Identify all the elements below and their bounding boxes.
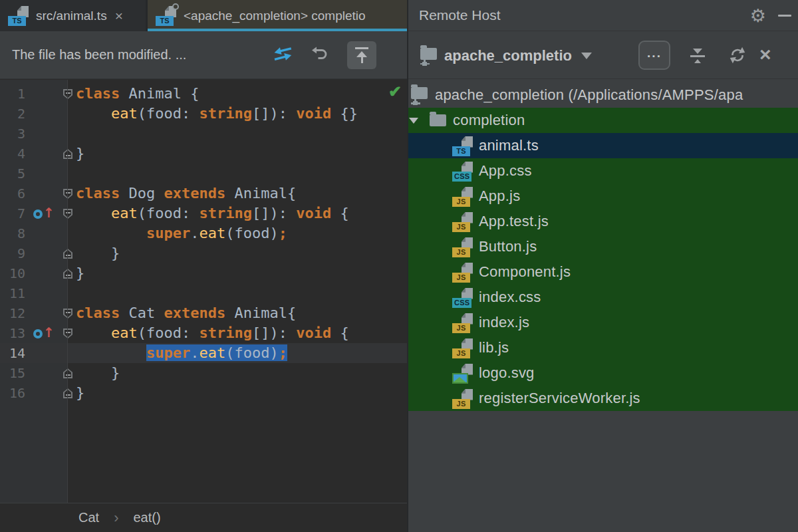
line-number: 5 [0, 164, 25, 184]
code-line-13: 13↑ eat(food: string[]): void { [0, 323, 407, 343]
line-number: 6 [0, 184, 25, 203]
file-name: App.css [479, 162, 532, 180]
inspection-ok-icon[interactable]: ✔ [388, 82, 402, 101]
tree-item-App.css[interactable]: CSSApp.css [408, 158, 798, 184]
fold-marker-start[interactable] [63, 189, 72, 199]
tree-item-index.js[interactable]: JSindex.js [408, 310, 798, 335]
js-file-icon: JS [452, 262, 475, 283]
code-line-2: 2 eat(food: string[]): void {} [0, 104, 407, 124]
fold-marker-start[interactable] [63, 309, 72, 319]
tab-src-animal-ts[interactable]: TS src/animal.ts × [0, 0, 146, 31]
tree-item-completion[interactable]: completion [408, 108, 798, 133]
js-file-icon: JS [452, 388, 475, 409]
fold-marker-start[interactable] [63, 209, 72, 219]
tree-file-list: TSanimal.tsCSSApp.cssJSApp.jsJSApp.test.… [408, 133, 798, 411]
code-text: class Animal { [76, 84, 199, 104]
file-name: index.js [479, 314, 529, 331]
close-tab-icon[interactable]: × [115, 9, 123, 23]
fold-marker-end[interactable] [63, 368, 72, 378]
fold-marker-end[interactable] [63, 149, 72, 159]
line-number: 4 [0, 144, 25, 164]
code-text: eat(food: string[]): void { [76, 203, 349, 223]
line-number: 9 [0, 243, 25, 263]
code-line-1: 1class Animal { [0, 84, 407, 104]
folder-name: completion [453, 112, 525, 129]
show-diff-icon[interactable] [271, 44, 296, 66]
close-panel-icon[interactable]: × [759, 41, 771, 68]
tree-item-App.js[interactable]: JSApp.js [408, 184, 798, 209]
line-number: 16 [0, 383, 25, 403]
browse-button[interactable]: ... [638, 41, 670, 70]
tree-item-logo.svg[interactable]: logo.svg [408, 360, 798, 386]
fold-marker-end[interactable] [63, 249, 72, 259]
chevron-down-icon [581, 53, 592, 59]
code-line-14: 14 super.eat(food); [0, 343, 407, 363]
fold-marker-start[interactable] [63, 89, 72, 99]
code-text: class Cat extends Animal{ [76, 303, 296, 323]
js-file-icon: JS [452, 211, 475, 232]
remote-host-toolbar: apache_completio ... × [408, 32, 798, 79]
overrides-method-icon[interactable]: ↑ [33, 207, 56, 220]
line-number: 1 [0, 84, 25, 104]
upload-file-button[interactable] [347, 41, 376, 69]
file-name: logo.svg [479, 364, 535, 382]
tree-item-lib.js[interactable]: JSlib.js [408, 335, 798, 360]
refresh-icon[interactable] [729, 47, 746, 66]
code-line-16: 16} [0, 383, 407, 403]
tab-remote-animal-ts[interactable]: TS <apache_completion> completio [148, 0, 407, 31]
css-file-icon: CSS [452, 161, 475, 182]
ide-window: TS src/animal.ts × TS <apache_completion… [0, 0, 798, 532]
line-number: 3 [0, 124, 25, 144]
tree-root-server[interactable]: apache_completion (/Applications/AMPPS/a… [408, 82, 798, 108]
fold-marker-start[interactable] [63, 329, 72, 338]
hide-panel-icon[interactable] [778, 15, 791, 17]
file-name: lib.js [479, 339, 509, 356]
file-name: Component.js [479, 263, 571, 281]
code-lines: 1class Animal {2 eat(food: string[]): vo… [0, 84, 407, 403]
code-line-7: 7↑ eat(food: string[]): void { [0, 203, 407, 223]
js-file-icon: JS [452, 186, 475, 207]
tree-item-registerServiceWorker.js[interactable]: JSregisterServiceWorker.js [408, 386, 798, 411]
line-number: 13 [0, 323, 25, 343]
code-line-3: 3 [0, 124, 407, 144]
settings-gear-icon[interactable]: ⚙ [750, 5, 766, 26]
code-line-6: 6class Dog extends Animal{ [0, 184, 407, 203]
file-name: App.test.js [479, 213, 549, 230]
tree-item-Component.js[interactable]: JSComponent.js [408, 259, 798, 285]
tree-item-Button.js[interactable]: JSButton.js [408, 234, 798, 259]
line-number: 12 [0, 303, 25, 323]
collapse-all-icon[interactable] [690, 49, 706, 63]
breadcrumb-separator: › [114, 509, 118, 527]
line-number: 14 [0, 343, 25, 363]
fold-marker-end[interactable] [63, 388, 72, 398]
remote-folder-icon [420, 47, 438, 65]
tree-item-animal.ts[interactable]: TSanimal.ts [408, 133, 798, 158]
fold-marker-end[interactable] [63, 269, 72, 279]
overrides-method-icon[interactable]: ↑ [33, 327, 56, 340]
line-number: 10 [0, 263, 25, 283]
file-modified-banner: The file has been modified. ... [0, 31, 407, 79]
breadcrumb-class[interactable]: Cat [78, 510, 99, 525]
expanded-chevron-icon[interactable] [409, 118, 418, 124]
undo-icon[interactable] [311, 45, 330, 66]
code-line-9: 9 } [0, 243, 407, 263]
tree-item-index.css[interactable]: CSSindex.css [408, 285, 798, 310]
gutter-fold-line [67, 80, 68, 503]
tab-label: src/animal.ts [36, 9, 107, 23]
code-text: class Dog extends Animal{ [76, 184, 296, 203]
line-number: 11 [0, 283, 25, 303]
breadcrumb-method[interactable]: eat() [133, 510, 160, 525]
ts-file-icon: TS [452, 136, 475, 156]
code-text: } [76, 144, 84, 164]
remote-host-panel: Remote Host ⚙ apache_completio ... [407, 0, 798, 532]
pin-icon [172, 3, 179, 10]
server-selector[interactable]: apache_completio [420, 32, 592, 79]
panel-title: Remote Host [419, 7, 501, 23]
file-name: registerServiceWorker.js [479, 390, 640, 407]
remote-host-header: Remote Host ⚙ [408, 0, 798, 31]
line-number: 2 [0, 104, 25, 124]
code-editor[interactable]: ✔ 1class Animal {2 eat(food: string[]): … [0, 80, 407, 503]
remote-file-tree: apache_completion (/Applications/AMPPS/a… [408, 80, 798, 532]
tree-item-App.test.js[interactable]: JSApp.test.js [408, 209, 798, 234]
tab-label: <apache_completion> completio [184, 9, 366, 23]
